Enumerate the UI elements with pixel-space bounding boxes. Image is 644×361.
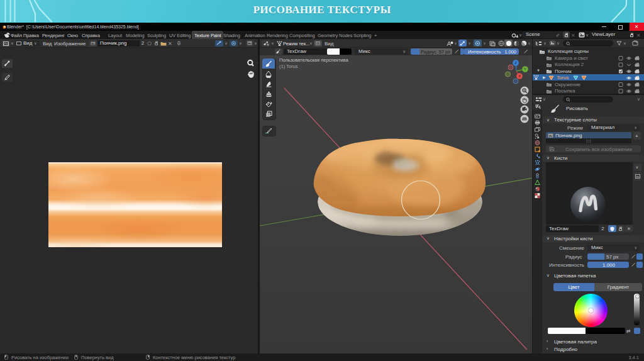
- svg-text:X: X: [518, 74, 521, 78]
- svg-text:Y: Y: [524, 67, 526, 71]
- svg-text:Z: Z: [514, 61, 517, 65]
